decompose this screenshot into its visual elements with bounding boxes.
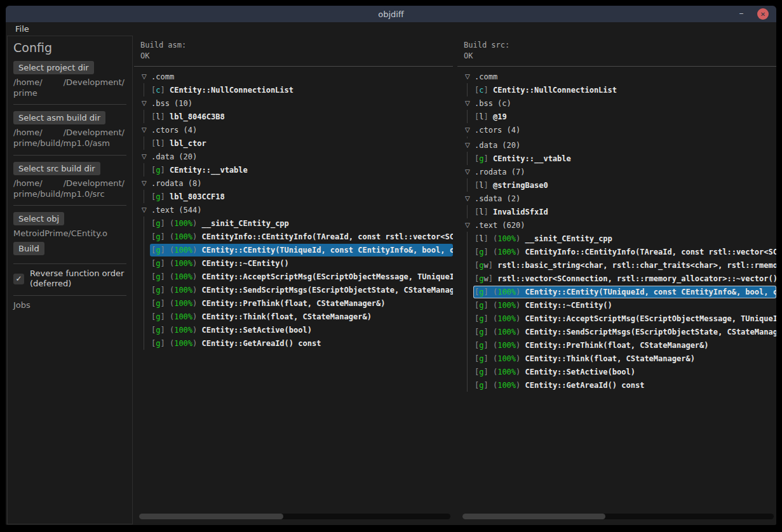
- tree-symbol-row[interactable]: [g] CEntity::__vtable: [457, 152, 776, 165]
- symbol-tag: [g]: [151, 259, 165, 268]
- select-asm-build-dir-button[interactable]: Select asm build dir: [13, 111, 105, 124]
- match-percent: (100%): [493, 381, 520, 390]
- tree-symbol-row[interactable]: [g] (100%) CEntity::Think(float, CStateM…: [134, 310, 453, 323]
- tree-symbol-row[interactable]: [l] @stringBase0: [457, 178, 776, 192]
- tree-symbol-row[interactable]: [g] (100%) CEntity::AcceptScriptMsg(EScr…: [134, 270, 453, 283]
- titlebar[interactable]: objdiff – ✕: [6, 6, 776, 22]
- collapse-triangle-icon[interactable]: ▽: [142, 127, 151, 133]
- section-label: .comm: [475, 72, 497, 81]
- symbol-row-content: [l] InvalidSfxId: [473, 206, 776, 218]
- select-src-build-dir-button[interactable]: Select src build dir: [13, 162, 100, 175]
- tree-section-row[interactable]: ▽ .rodata (8): [134, 176, 453, 190]
- tree-symbol-row[interactable]: [g] (100%) CEntity::CEntity(TUniqueId, c…: [457, 285, 776, 298]
- checkbox-icon[interactable]: ✓: [13, 274, 24, 284]
- tree-symbol-row[interactable]: [g] lbl_803CCF18: [134, 190, 453, 203]
- tree-symbol-row[interactable]: [g] CEntity::__vtable: [134, 163, 453, 176]
- section-label: .rodata (7): [475, 168, 525, 176]
- tree-symbol-row[interactable]: [l] lbl_ctor: [134, 136, 453, 150]
- tree-section-row[interactable]: ▽ .ctors (4): [134, 123, 453, 136]
- tree-section-row[interactable]: ▽ .rodata (7): [457, 165, 776, 178]
- tree-symbol-row[interactable]: [g] (100%) CEntityInfo::CEntityInfo(TAre…: [134, 230, 453, 243]
- tree-symbol-row[interactable]: [g] (100%) __sinit_CEntity_cpp: [134, 216, 453, 230]
- select-obj-button[interactable]: Select obj: [13, 212, 64, 225]
- divider: [13, 263, 126, 264]
- symbol-tag: [gw]: [475, 274, 493, 283]
- reverse-function-order-checkbox[interactable]: ✓ Reverse function order (deferred): [13, 269, 126, 289]
- tree-symbol-row[interactable]: [gw] rstl::basic_string<char, rstl::char…: [457, 258, 776, 272]
- collapse-triangle-icon[interactable]: ▽: [465, 100, 475, 107]
- tree-symbol-row[interactable]: [g] (100%) CEntity::GetAreaId() const: [134, 336, 453, 350]
- tree-symbol-row[interactable]: [g] (100%) CEntity::PreThink(float, CSta…: [457, 338, 776, 352]
- select-project-dir-button[interactable]: Select project dir: [13, 61, 94, 74]
- tree-symbol-row[interactable]: [c] CEntity::NullConnectionList: [134, 83, 453, 96]
- tree-symbol-row[interactable]: [g] (100%) CEntity::SetActive(bool): [134, 323, 453, 336]
- config-heading: Config: [13, 41, 126, 55]
- build-button[interactable]: Build: [13, 242, 44, 255]
- tree-symbol-row[interactable]: [g] (100%) CEntity::GetAreaId() const: [457, 378, 776, 392]
- tree-symbol-row[interactable]: [g] (100%) CEntity::SendScriptMsgs(EScri…: [457, 325, 776, 338]
- tree-section-row[interactable]: ▽ .comm: [457, 70, 776, 83]
- tree-symbol-row[interactable]: [l] @19: [457, 110, 776, 123]
- collapse-triangle-icon[interactable]: ▽: [142, 154, 151, 160]
- tree-symbol-row[interactable]: [g] (100%) CEntity::~CEntity(): [457, 298, 776, 312]
- h-scrollbar[interactable]: [462, 514, 774, 519]
- collapse-triangle-icon[interactable]: ▽: [465, 127, 475, 133]
- collapse-triangle-icon[interactable]: ▽: [142, 180, 151, 187]
- collapse-triangle-icon[interactable]: ▽: [465, 196, 475, 202]
- tree-guide: [467, 285, 468, 298]
- symbol-tag: [g]: [151, 166, 165, 175]
- symbol-name: CEntity::CEntity(TUniqueId, const CEntit…: [525, 288, 776, 296]
- tree-symbol-row[interactable]: [l] InvalidSfxId: [457, 205, 776, 218]
- tree-symbol-row[interactable]: [g] (100%) CEntity::PreThink(float, CSta…: [134, 296, 453, 310]
- tree-section-row[interactable]: ▽ .text (620): [457, 218, 776, 232]
- symbol-tag: [g]: [475, 288, 489, 296]
- tree-section-row[interactable]: ▽ .bss (10): [134, 96, 453, 110]
- h-scrollbar-thumb[interactable]: [139, 514, 283, 519]
- tree-symbol-row[interactable]: [g] (100%) CEntityInfo::CEntityInfo(TAre…: [457, 245, 776, 258]
- tree-guide: [467, 378, 468, 392]
- tree-guide: [467, 352, 468, 365]
- tree-symbol-row[interactable]: [g] (100%) CEntity::SendScriptMsgs(EScri…: [134, 283, 453, 296]
- tree-section-row[interactable]: ▽ .ctors (4): [457, 123, 776, 136]
- tree-symbol-row[interactable]: [g] (100%) CEntity::~CEntity(): [134, 256, 453, 270]
- collapse-triangle-icon[interactable]: ▽: [465, 142, 475, 149]
- symbol-name: CEntityInfo::CEntityInfo(TAreaId, const …: [525, 248, 776, 256]
- tree-symbol-row[interactable]: [g] (100%) CEntity::Think(float, CStateM…: [457, 352, 776, 365]
- tree-section-row[interactable]: ▽ .text (544): [134, 203, 453, 216]
- tree-guide: [467, 298, 468, 312]
- symbol-name: @stringBase0: [493, 181, 548, 190]
- symbol-tag: [g]: [151, 246, 165, 255]
- tree-section-row[interactable]: ▽ .data (20): [457, 138, 776, 152]
- match-percent: (100%): [170, 286, 197, 295]
- tree-section-row[interactable]: ▽ .sdata (2): [457, 192, 776, 205]
- collapse-triangle-icon[interactable]: ▽: [465, 222, 475, 229]
- match-percent: (100%): [170, 326, 197, 335]
- tree-symbol-row[interactable]: [gw] rstl::vector<SConnection, rstl::rme…: [457, 272, 776, 285]
- collapse-triangle-icon[interactable]: ▽: [142, 100, 151, 107]
- match-percent: (100%): [170, 259, 197, 268]
- h-scrollbar[interactable]: [139, 514, 450, 519]
- collapse-triangle-icon[interactable]: ▽: [465, 169, 475, 175]
- close-button[interactable]: ✕: [757, 8, 769, 20]
- tree-symbol-row[interactable]: [g] (100%) CEntity::AcceptScriptMsg(EScr…: [457, 312, 776, 325]
- symbol-name: CEntity::GetAreaId() const: [202, 339, 321, 348]
- symbol-row-content: [l] lbl_ctor: [150, 137, 453, 150]
- tree-symbol-row[interactable]: [l] (100%) __sinit_CEntity_cpp: [457, 232, 776, 245]
- tree-section-row[interactable]: ▽ .bss (c): [457, 96, 776, 110]
- minimize-button[interactable]: –: [736, 8, 747, 19]
- tree-symbol-row[interactable]: [l] lbl_8046C3B8: [134, 110, 453, 123]
- tree-symbol-row[interactable]: [g] (100%) CEntity::CEntity(TUniqueId, c…: [134, 243, 453, 256]
- collapse-triangle-icon[interactable]: ▽: [142, 74, 151, 80]
- collapse-triangle-icon[interactable]: ▽: [142, 207, 151, 213]
- tree-symbol-row[interactable]: [g] (100%) CEntity::SetActive(bool): [457, 365, 776, 378]
- tree-section-row[interactable]: ▽ .comm: [134, 70, 453, 83]
- symbol-row-content: [g] (100%) CEntityInfo::CEntityInfo(TAre…: [473, 246, 776, 258]
- symbol-row-content: [l] @stringBase0: [473, 179, 776, 192]
- tree-symbol-row[interactable]: [c] CEntity::NullConnectionList: [457, 83, 776, 96]
- collapse-triangle-icon[interactable]: ▽: [465, 74, 475, 80]
- symbol-tag: [g]: [475, 341, 489, 350]
- menu-file[interactable]: File: [13, 24, 32, 34]
- tree-section-row[interactable]: ▽ .data (20): [134, 150, 453, 163]
- match-percent: (100%): [493, 354, 520, 363]
- h-scrollbar-thumb[interactable]: [462, 514, 605, 519]
